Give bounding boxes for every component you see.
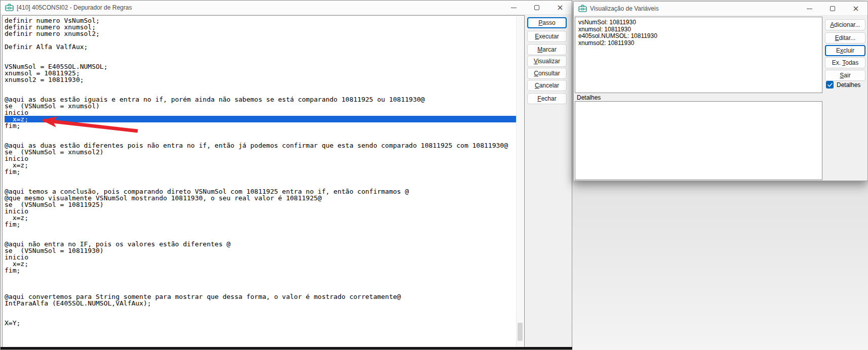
detalhes-checkbox-label: Detalhes <box>837 81 860 89</box>
minimize-button[interactable] <box>798 2 821 16</box>
code-line[interactable]: fim; <box>5 267 516 274</box>
executar-button[interactable]: Executar <box>527 31 567 42</box>
adicionar-button[interactable]: Adicionar... <box>825 19 865 30</box>
code-line[interactable]: fim; <box>5 122 516 129</box>
code-line[interactable]: x=z; <box>5 214 516 221</box>
code-line[interactable]: inicio <box>5 109 516 116</box>
fechar-button[interactable]: Fechar <box>527 93 567 104</box>
briefcase-icon <box>5 4 14 11</box>
checkbox-checked-icon <box>826 81 834 89</box>
code-line[interactable]: se (VSNumSol = 10811930) <box>5 247 516 254</box>
code-area: definir numero VsNumSol;definir numero x… <box>3 16 516 347</box>
code-line[interactable] <box>5 274 516 280</box>
code-line[interactable] <box>5 129 516 136</box>
minimize-icon <box>807 9 812 9</box>
code-line[interactable]: inicio <box>5 254 516 260</box>
marcar-button[interactable]: Marcar <box>527 44 567 55</box>
code-line[interactable]: x=z; <box>5 260 516 267</box>
editar-button[interactable]: Editar... <box>825 32 865 43</box>
variable-item[interactable]: vsNumSol: 10811930 <box>578 19 819 26</box>
variables-titlebar[interactable]: Visualização de Variáveis × <box>574 2 867 16</box>
code-line[interactable]: fim; <box>5 221 516 228</box>
debugger-titlebar[interactable]: [410] 405CONSI02 - Depurador de Regras × <box>1 1 572 15</box>
debugger-window: [410] 405CONSI02 - Depurador de Regras ×… <box>0 0 572 350</box>
maximize-icon <box>830 6 835 11</box>
rule-code-editor[interactable]: definir numero VsNumSol;definir numero x… <box>2 15 525 348</box>
code-line[interactable] <box>5 313 516 320</box>
ex-todas-button[interactable]: Ex. Todas <box>825 57 865 68</box>
briefcase-icon <box>578 5 587 12</box>
code-line[interactable] <box>5 50 516 57</box>
close-icon: × <box>557 4 563 12</box>
code-line[interactable]: X=Y; <box>5 320 516 326</box>
code-line[interactable] <box>5 307 516 313</box>
excluir-button[interactable]: Excluir <box>825 45 865 56</box>
visualizar-button[interactable]: Visualizar <box>527 56 567 67</box>
window-bottom-edge <box>1 347 572 349</box>
close-button[interactable]: × <box>844 2 867 16</box>
code-line[interactable]: xnumsol2 = 10811930; <box>5 76 516 83</box>
code-line[interactable]: x=z; <box>5 162 516 168</box>
maximize-icon <box>534 5 539 10</box>
close-icon: × <box>852 5 859 13</box>
code-line[interactable] <box>5 175 516 182</box>
debugger-window-title: [410] 405CONSI02 - Depurador de Regras <box>17 4 132 11</box>
variables-list[interactable]: vsNumSol: 10811930xnumsol: 10811930e405s… <box>575 17 822 93</box>
variable-item[interactable]: e405sol.NUMSOL: 10811930 <box>578 33 819 40</box>
code-line[interactable]: se (VSNumSol = xnumsol) <box>5 103 516 109</box>
code-line[interactable] <box>5 228 516 234</box>
scrollbar-thumb[interactable] <box>518 323 523 341</box>
code-line[interactable]: inicio <box>5 155 516 162</box>
close-button[interactable]: × <box>548 1 572 15</box>
variables-window: Visualização de Variáveis × vsNumSol: 10… <box>573 1 868 181</box>
code-line[interactable]: VSNumSol = E405SOL.NUMSOL; <box>5 63 516 70</box>
consultar-button[interactable]: Consultar <box>527 68 567 79</box>
variable-item[interactable]: xnumsol2: 10811930 <box>578 40 819 47</box>
code-line[interactable]: definir numero xnumsol2; <box>5 30 516 37</box>
minimize-icon <box>511 8 517 8</box>
cancelar-button[interactable]: Cancelar <box>527 80 567 91</box>
code-line[interactable]: inicio <box>5 208 516 214</box>
maximize-button[interactable] <box>525 1 548 15</box>
code-line[interactable]: fim; <box>5 168 516 175</box>
code-line[interactable] <box>5 83 516 90</box>
detalhes-checkbox[interactable]: Detalhes <box>826 81 860 89</box>
code-line[interactable] <box>5 280 516 287</box>
code-line-highlighted[interactable]: x=z; <box>5 116 516 122</box>
sair-button[interactable]: Sair <box>825 70 865 81</box>
details-panel[interactable] <box>575 101 822 180</box>
minimize-button[interactable] <box>502 1 525 15</box>
vertical-scrollbar[interactable] <box>516 16 524 347</box>
code-line[interactable]: Definir Alfa ValfAux; <box>5 43 516 50</box>
code-line[interactable]: se (VSNumSol = 10811925) <box>5 201 516 208</box>
code-line[interactable]: IntParaAlfa (E405SOL.NUMSOL,VAlfAux); <box>5 300 516 307</box>
passo-button[interactable]: Passo <box>527 17 567 28</box>
variable-item[interactable]: xnumsol: 10811930 <box>578 26 819 33</box>
variables-window-title: Visualização de Variáveis <box>590 5 659 12</box>
code-line[interactable]: se (VSNumSol = xnumsol2) <box>5 149 516 155</box>
maximize-button[interactable] <box>821 2 844 16</box>
details-section-label: Detalhes <box>577 94 601 101</box>
